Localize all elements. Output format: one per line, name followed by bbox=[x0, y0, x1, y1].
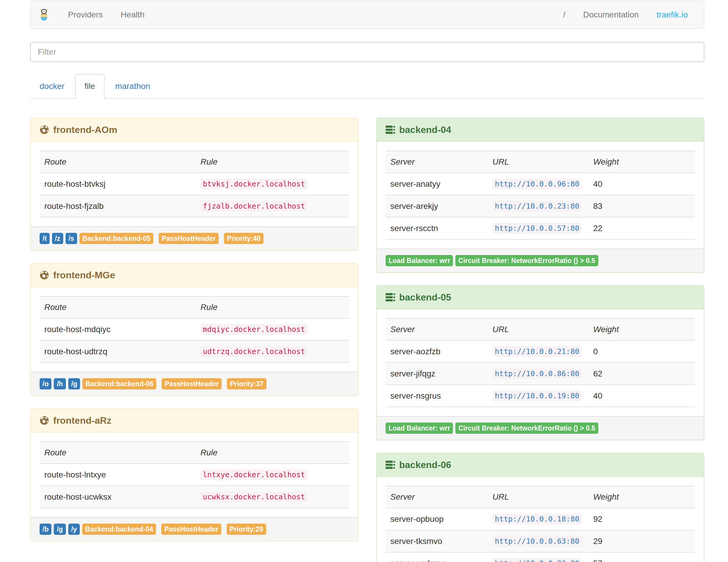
server-weight: 62 bbox=[589, 363, 695, 385]
content-row: frontend-AOmRouteRuleroute-host-btvksjbt… bbox=[21, 118, 713, 562]
route-badge: /t bbox=[40, 233, 50, 244]
tab-marathon: marathon bbox=[106, 74, 160, 99]
rule-code: mdqiyc.docker.localhost bbox=[200, 324, 307, 335]
tab-link-marathon[interactable]: marathon bbox=[106, 74, 160, 99]
column-header-server: Server bbox=[386, 319, 488, 340]
frontend-table: RouteRuleroute-host-mdqiycmdqiyc.docker.… bbox=[40, 296, 349, 363]
table-row: server-jifqgzhttp://10.0.0.86:8062 bbox=[386, 363, 695, 385]
server-icon bbox=[386, 460, 395, 470]
table-row: route-host-ucwksxucwksx.docker.localhost bbox=[40, 486, 349, 508]
panel-footer: /o/h/gBackend:backend-06PassHostHeaderPr… bbox=[31, 372, 358, 395]
panel-body: ServerURLWeightserver-opbuophttp://10.0.… bbox=[377, 477, 704, 562]
route-badge: /g bbox=[68, 378, 80, 389]
server-url-link[interactable]: http://10.0.0.57:80 bbox=[493, 223, 582, 234]
filter-row bbox=[30, 42, 704, 62]
server-weight: 0 bbox=[589, 340, 695, 363]
navbar-right: / Documentation traefik.io bbox=[554, 1, 704, 28]
nav-link-slash[interactable]: / bbox=[554, 1, 574, 28]
server-weight: 40 bbox=[589, 385, 695, 407]
route-badge: /s bbox=[66, 233, 77, 244]
column-header-route: Route bbox=[40, 151, 196, 173]
frontends-column: frontend-AOmRouteRuleroute-host-btvksjbt… bbox=[21, 118, 367, 554]
server-url-link[interactable]: http://10.0.0.86:80 bbox=[493, 368, 582, 379]
column-header-rule: Rule bbox=[196, 296, 349, 318]
route-name: route-host-ucwksx bbox=[40, 486, 196, 508]
table-row: server-tksmvohttp://10.0.0.63:8029 bbox=[386, 530, 695, 552]
property-badge: Backend:backend-04 bbox=[82, 524, 156, 535]
property-badge: Backend:backend-06 bbox=[82, 378, 156, 389]
table-row: server-updqmohttp://10.0.0.83:8057 bbox=[386, 552, 695, 562]
tab-docker: docker bbox=[30, 74, 74, 99]
server-icon bbox=[386, 125, 395, 134]
backend-property-badge: Circuit Breaker: NetworkErrorRatio () > … bbox=[455, 423, 598, 434]
panel-heading: frontend-AOm bbox=[31, 118, 358, 142]
table-row: route-host-mdqiycmdqiyc.docker.localhost bbox=[40, 318, 349, 340]
backend-table: ServerURLWeightserver-anatyyhttp://10.0.… bbox=[386, 151, 695, 240]
property-badge: Backend:backend-05 bbox=[79, 233, 153, 244]
table-row: route-host-fjzalbfjzalb.docker.localhost bbox=[40, 195, 349, 217]
route-badge: /o bbox=[40, 378, 51, 389]
tab-link-docker[interactable]: docker bbox=[30, 74, 74, 99]
panel-body: RouteRuleroute-host-btvksjbtvksj.docker.… bbox=[31, 142, 358, 226]
backends-column: backend-04ServerURLWeightserver-anatyyht… bbox=[367, 118, 713, 562]
property-badge: PassHostHeader bbox=[159, 233, 219, 244]
server-url-link[interactable]: http://10.0.0.96:80 bbox=[493, 178, 582, 189]
property-badge: Priority:40 bbox=[224, 233, 264, 244]
server-url-link[interactable]: http://10.0.0.18:80 bbox=[493, 514, 582, 524]
panel-heading: backend-04 bbox=[377, 118, 704, 142]
traefik-logo[interactable] bbox=[31, 1, 59, 28]
nav-link-providers[interactable]: Providers bbox=[59, 1, 112, 28]
route-name: route-host-udtrzq bbox=[40, 340, 196, 363]
column-header-url: URL bbox=[488, 151, 589, 173]
tab-link-file[interactable]: file bbox=[75, 74, 105, 99]
server-name: server-tksmvo bbox=[386, 530, 488, 552]
server-name: server-rscctn bbox=[386, 217, 488, 239]
table-row: route-host-lntxyelntxye.docker.localhost bbox=[40, 464, 349, 486]
panel-heading: backend-05 bbox=[377, 286, 704, 309]
server-weight: 40 bbox=[589, 173, 695, 195]
panel-title: frontend-MGe bbox=[53, 270, 115, 280]
frontend-panel-frontend-AOm: frontend-AOmRouteRuleroute-host-btvksjbt… bbox=[30, 118, 358, 251]
panel-footer: /b/g/yBackend:backend-04PassHostHeaderPr… bbox=[31, 517, 358, 541]
nav-link-traefik-io[interactable]: traefik.io bbox=[648, 1, 697, 28]
column-header-rule: Rule bbox=[196, 151, 349, 173]
server-weight: 92 bbox=[589, 508, 695, 530]
server-url-link[interactable]: http://10.0.0.23:80 bbox=[493, 201, 582, 212]
server-name: server-updqmo bbox=[386, 552, 488, 562]
backend-property-badge: Circuit Breaker: NetworkErrorRatio () > … bbox=[455, 255, 598, 266]
nav-link-health[interactable]: Health bbox=[112, 1, 153, 28]
server-url-link[interactable]: http://10.0.0.19:80 bbox=[493, 390, 582, 401]
property-badge: PassHostHeader bbox=[161, 524, 221, 535]
nav-link-documentation[interactable]: Documentation bbox=[574, 1, 648, 28]
server-url-link[interactable]: http://10.0.0.83:80 bbox=[493, 558, 582, 562]
column-header-rule: Rule bbox=[196, 442, 349, 464]
server-name: server-nsgrus bbox=[386, 385, 488, 407]
table-row: server-anatyyhttp://10.0.0.96:8040 bbox=[386, 173, 695, 195]
globe-icon bbox=[40, 270, 49, 280]
traefik-logo-icon bbox=[40, 9, 48, 21]
panel-title: backend-06 bbox=[399, 459, 451, 470]
route-name: route-host-lntxye bbox=[40, 464, 196, 486]
panel-heading: backend-06 bbox=[377, 453, 704, 477]
navbar: Providers Health / Documentation traefik… bbox=[30, 1, 704, 29]
route-badge: /z bbox=[52, 233, 63, 244]
rule-code: lntxye.docker.localhost bbox=[200, 469, 307, 480]
backend-property-badge: Load Balancer: wrr bbox=[386, 255, 453, 266]
column-header-weight: Weight bbox=[589, 151, 695, 173]
column-header-server: Server bbox=[386, 486, 488, 508]
server-weight: 57 bbox=[589, 552, 695, 562]
filter-input[interactable] bbox=[30, 42, 704, 62]
backend-property-badge: Load Balancer: wrr bbox=[386, 423, 453, 434]
server-weight: 22 bbox=[589, 217, 695, 239]
route-name: route-host-btvksj bbox=[40, 173, 196, 195]
server-url-link[interactable]: http://10.0.0.21:80 bbox=[493, 346, 582, 357]
rule-code: btvksj.docker.localhost bbox=[200, 178, 307, 189]
frontend-table: RouteRuleroute-host-btvksjbtvksj.docker.… bbox=[40, 151, 349, 217]
column-header-url: URL bbox=[488, 486, 589, 508]
column-header-server: Server bbox=[386, 151, 488, 173]
panel-body: ServerURLWeightserver-anatyyhttp://10.0.… bbox=[377, 142, 704, 248]
server-icon bbox=[386, 293, 395, 302]
server-url-link[interactable]: http://10.0.0.63:80 bbox=[493, 536, 582, 547]
panel-heading: frontend-aRz bbox=[31, 409, 358, 433]
route-badge: /g bbox=[54, 524, 66, 535]
